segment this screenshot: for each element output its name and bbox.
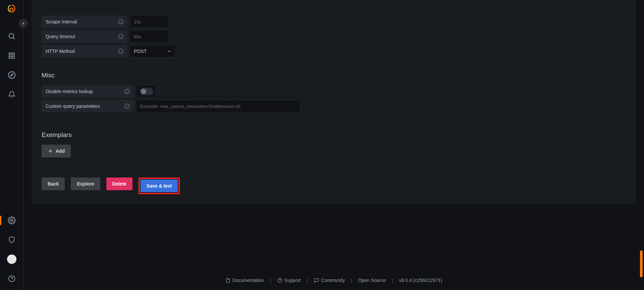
- query-timeout-input[interactable]: [129, 30, 169, 43]
- scrollbar-thumb[interactable]: [640, 250, 643, 277]
- svg-line-1: [13, 38, 14, 39]
- disable-metrics-toggle[interactable]: [140, 88, 153, 95]
- section-exemplars-heading: Exemplars: [42, 131, 521, 139]
- label-text: Query timeout: [46, 34, 75, 39]
- svg-point-0: [9, 33, 14, 38]
- button-label: Explore: [77, 181, 94, 187]
- bell-icon: [8, 91, 15, 98]
- compass-icon: [8, 71, 16, 79]
- highlight-annotation: Save & test: [139, 177, 180, 194]
- section-misc-heading: Misc: [42, 72, 521, 79]
- button-label: Save & test: [147, 183, 172, 189]
- shield-icon: [8, 236, 15, 243]
- separator: |: [307, 278, 308, 283]
- info-icon[interactable]: [118, 34, 123, 39]
- back-button[interactable]: Back: [42, 177, 65, 190]
- nav-alerting[interactable]: [4, 86, 20, 102]
- scrape-interval-input[interactable]: [129, 15, 169, 28]
- separator: |: [392, 278, 393, 283]
- gear-icon: [8, 216, 16, 224]
- delete-button[interactable]: Delete: [106, 177, 132, 190]
- add-exemplar-button[interactable]: Add: [42, 145, 71, 157]
- select-value: POST: [134, 49, 147, 54]
- label-disable-metrics: Disable metrics lookup: [42, 85, 134, 98]
- svg-rect-4: [9, 56, 11, 58]
- row-query-timeout: Query timeout: [42, 30, 521, 43]
- footer-community[interactable]: Community: [314, 278, 345, 283]
- toggle-container: [136, 85, 156, 98]
- svg-marker-7: [10, 74, 13, 76]
- svg-point-6: [8, 72, 15, 78]
- footer-open-source[interactable]: Open Source: [358, 278, 386, 283]
- info-icon[interactable]: [118, 19, 123, 24]
- chevron-down-icon: [167, 49, 171, 54]
- svg-rect-2: [9, 53, 11, 55]
- nav-admin[interactable]: [4, 232, 20, 248]
- nav-help[interactable]: [4, 271, 20, 287]
- label-text: Custom query parameters: [46, 103, 100, 109]
- row-disable-metrics: Disable metrics lookup: [42, 85, 521, 98]
- row-custom-params: Custom query parameters: [42, 100, 521, 113]
- label-scrape-interval: Scrape interval: [42, 15, 127, 28]
- row-scrape-interval: Scrape interval: [42, 15, 521, 28]
- explore-button[interactable]: Explore: [71, 177, 100, 190]
- button-label: Back: [48, 181, 59, 187]
- info-icon[interactable]: [118, 49, 123, 54]
- apps-icon: [8, 52, 15, 59]
- link-label: Support: [284, 278, 301, 283]
- footer-support[interactable]: Support: [277, 278, 301, 283]
- svg-rect-3: [12, 53, 14, 55]
- label-custom-params: Custom query parameters: [42, 100, 134, 113]
- help-icon: [277, 278, 282, 283]
- nav-explore[interactable]: [4, 67, 20, 83]
- http-method-select[interactable]: POST: [129, 45, 176, 58]
- search-icon: [8, 32, 16, 40]
- link-label: Community: [321, 278, 345, 283]
- button-label: Add: [56, 148, 65, 154]
- row-http-method: HTTP Method POST: [42, 45, 521, 58]
- info-icon[interactable]: [124, 103, 130, 109]
- label-http-method: HTTP Method: [42, 45, 127, 58]
- separator: |: [270, 278, 271, 283]
- avatar: [7, 255, 16, 264]
- link-label: Open Source: [358, 278, 386, 283]
- button-label: Delete: [112, 181, 126, 187]
- nav-profile[interactable]: [4, 251, 20, 267]
- svg-rect-5: [12, 56, 14, 58]
- community-icon: [314, 278, 319, 283]
- document-icon: [225, 278, 230, 283]
- footer-version: v9.0.4 (c256012971): [399, 278, 442, 283]
- actions-row: Back Explore Delete Save & test: [42, 177, 521, 194]
- label-text: HTTP Method: [46, 49, 75, 54]
- info-icon[interactable]: [124, 89, 130, 94]
- label-text: Scrape interval: [46, 19, 77, 24]
- sidebar: [0, 0, 23, 290]
- custom-params-input[interactable]: [136, 100, 300, 113]
- footer-documentation[interactable]: Documentation: [225, 278, 264, 283]
- plus-icon: [48, 148, 53, 154]
- link-label: Documentation: [232, 278, 264, 283]
- grafana-logo[interactable]: [7, 5, 16, 15]
- footer: Documentation | Support | Community | Op…: [23, 271, 644, 290]
- label-text: Disable metrics lookup: [46, 89, 93, 94]
- nav-dashboards[interactable]: [4, 48, 20, 64]
- svg-point-8: [11, 219, 13, 221]
- nav-configuration[interactable]: [4, 212, 20, 228]
- nav-search[interactable]: [4, 28, 20, 44]
- save-test-button[interactable]: Save & test: [141, 179, 178, 192]
- main: Scrape interval Query timeout HTTP Metho…: [23, 0, 644, 290]
- separator: |: [351, 278, 352, 283]
- help-icon: [8, 275, 15, 282]
- toggle-knob: [141, 89, 146, 94]
- label-query-timeout: Query timeout: [42, 30, 127, 43]
